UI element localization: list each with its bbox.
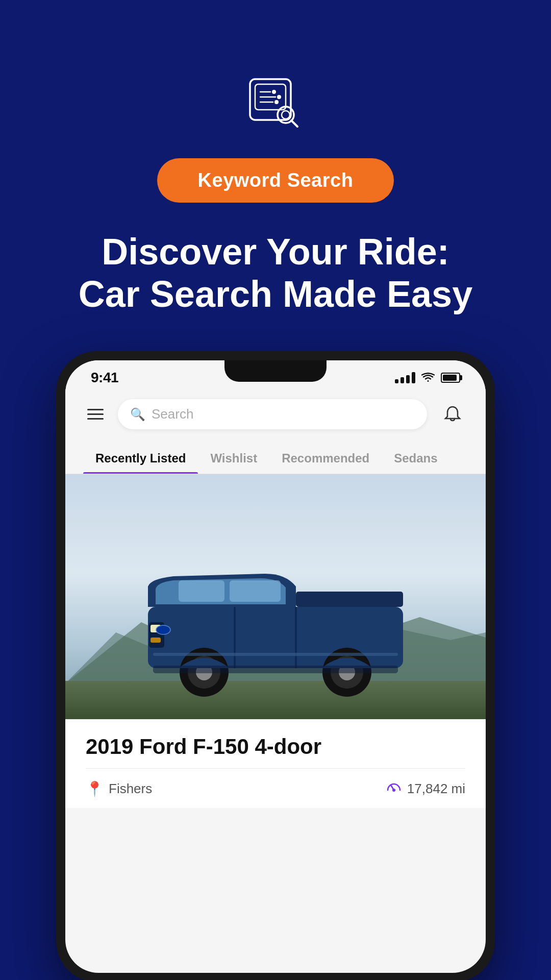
location-text: Fishers — [109, 781, 152, 797]
status-time: 9:41 — [91, 370, 118, 386]
search-bar[interactable]: 🔍 Search — [118, 399, 427, 429]
hamburger-button[interactable] — [83, 405, 108, 424]
speedometer-icon — [386, 780, 402, 798]
battery-icon — [441, 373, 460, 383]
svg-rect-30 — [153, 653, 398, 656]
app-top-bar: 🔍 Search — [65, 390, 486, 439]
hamburger-icon — [87, 418, 104, 420]
car-mileage: 17,842 mi — [386, 780, 465, 798]
svg-point-6 — [277, 95, 281, 99]
car-location: 📍 Fishers — [86, 780, 152, 797]
signal-icon — [395, 372, 415, 383]
svg-rect-17 — [151, 638, 161, 643]
headline: Discover Your Ride: Car Search Made Easy — [48, 231, 503, 315]
car-divider — [86, 768, 465, 769]
location-pin-icon: 📍 — [86, 780, 104, 797]
phone-notch — [224, 360, 327, 382]
svg-point-7 — [274, 100, 279, 104]
search-placeholder-text: Search — [152, 406, 193, 422]
mileage-text: 17,842 mi — [407, 781, 465, 797]
hamburger-icon — [87, 409, 104, 410]
svg-point-32 — [392, 789, 395, 792]
tab-recommended[interactable]: Recommended — [269, 444, 382, 474]
car-meta: 📍 Fishers — [86, 780, 465, 798]
svg-point-29 — [156, 625, 170, 634]
app-icon — [245, 71, 306, 133]
tabs-row: Recently Listed Wishlist Recommended Sed… — [65, 439, 486, 474]
hamburger-icon — [87, 413, 104, 415]
svg-rect-20 — [179, 580, 224, 602]
hero-section: Keyword Search Discover Your Ride: Car S… — [0, 0, 551, 980]
svg-rect-28 — [153, 666, 398, 673]
car-info: 2019 Ford F-150 4-door 📍 Fishers — [65, 719, 486, 808]
svg-rect-21 — [230, 580, 281, 602]
tab-wishlist[interactable]: Wishlist — [198, 444, 269, 474]
svg-line-10 — [291, 120, 297, 127]
car-title: 2019 Ford F-150 4-door — [86, 734, 465, 759]
wifi-icon — [421, 373, 435, 383]
car-listing: 2019 Ford F-150 4-door 📍 Fishers — [65, 474, 486, 808]
tab-recently-listed[interactable]: Recently Listed — [83, 444, 198, 474]
car-image — [65, 474, 486, 719]
notification-bell-button[interactable] — [437, 399, 468, 430]
keyword-search-button[interactable]: Keyword Search — [157, 158, 394, 203]
status-icons — [395, 372, 460, 383]
svg-rect-14 — [296, 592, 403, 607]
search-icon: 🔍 — [130, 407, 145, 422]
bell-icon — [443, 405, 462, 424]
phone-mockup: 9:41 — [56, 351, 495, 980]
svg-point-9 — [282, 111, 290, 119]
svg-point-5 — [272, 90, 276, 94]
truck-svg — [122, 556, 429, 699]
tab-sedans[interactable]: Sedans — [382, 444, 449, 474]
